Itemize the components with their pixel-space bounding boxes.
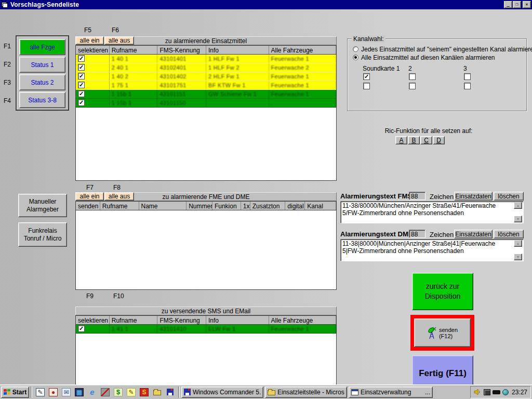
column-header[interactable]: Nummer	[187, 202, 212, 210]
column-header[interactable]: 1x	[241, 202, 250, 210]
column-header[interactable]: selektieren	[76, 316, 110, 324]
column-header[interactable]: FMS-Kennung	[157, 46, 206, 54]
display-tray-icon[interactable]	[484, 389, 490, 395]
column-header[interactable]: Rufname	[110, 46, 158, 54]
soundcard2-row2-checkbox[interactable]	[409, 83, 416, 89]
pager-all-on-button[interactable]: alle ein	[75, 192, 104, 201]
soundcard1-row2-checkbox[interactable]	[363, 83, 370, 89]
column-header[interactable]: Rufname	[100, 202, 139, 210]
table-row[interactable]: 1 15b 143101151GW Schiene Fw 1Feuerwache…	[76, 90, 336, 99]
start-button[interactable]: Start	[1, 387, 29, 398]
ric-a-button[interactable]: A	[395, 136, 407, 144]
row-checkbox[interactable]	[78, 90, 85, 97]
table-cell: 43101151	[157, 90, 206, 98]
back-to-disposition-button[interactable]: zurück zur Disposition	[412, 273, 473, 310]
dme-clear-button[interactable]: löschen	[494, 230, 524, 238]
filter-status38-button[interactable]: Status 3-8	[19, 92, 65, 108]
row-checkbox[interactable]	[78, 73, 85, 79]
hardware-icon[interactable]	[101, 388, 110, 396]
soundcard2-row1-checkbox[interactable]	[409, 73, 416, 80]
ric-c-button[interactable]: C	[420, 136, 432, 144]
column-header[interactable]: senden	[76, 202, 100, 210]
folder-pen-icon[interactable]	[153, 388, 162, 396]
fms-text-area[interactable]: 11-38/80000/München/Anzinger Straße/41/F…	[340, 201, 524, 223]
table-row[interactable]: 1 75 143101751BF KTW Fw 1Feuerwache 1	[76, 81, 336, 90]
notes-icon[interactable]: ✎	[127, 388, 136, 396]
radio-these-channels-label: Alle Einsatzmittel auf diesen Kanälen al…	[361, 54, 495, 61]
column-header[interactable]: Name	[139, 202, 187, 210]
ric-b-button[interactable]: B	[408, 136, 420, 144]
ric-d-button[interactable]: D	[433, 136, 445, 144]
display-icon[interactable]: ▦	[75, 388, 84, 396]
task-windows-commander[interactable]: Windows Commander 5.10...	[181, 387, 263, 398]
soundcard2-label: 2	[408, 65, 412, 72]
column-header[interactable]: selektieren	[76, 46, 110, 54]
manual-alarm-button[interactable]: Manueller Alarmgeber	[18, 194, 67, 217]
column-header[interactable]: Kanal	[305, 202, 336, 210]
column-header[interactable]: Funkion	[212, 202, 241, 210]
column-header[interactable]: Info	[206, 46, 269, 54]
column-header[interactable]: FMS-Kennung	[157, 316, 206, 324]
fms-clear-button[interactable]: löschen	[494, 192, 524, 201]
vehicles-table[interactable]: selektierenRufnameFMS-KennungInfoAlle Fa…	[75, 45, 337, 181]
funkrelais-button[interactable]: Funkrelais Tonruf / Micro	[18, 222, 67, 247]
money-icon[interactable]: $	[114, 388, 123, 396]
fms-count-field: 88	[409, 192, 425, 200]
close-button[interactable]: ✕	[523, 1, 531, 8]
window-icon	[351, 389, 358, 395]
filter-status1-button[interactable]: Status 1	[19, 57, 65, 73]
dme-text-area[interactable]: 11-38|80000|München|Anzinger Straße|41|F…	[340, 239, 524, 261]
device-tray-icon[interactable]	[493, 390, 500, 394]
table-row[interactable]: 1 15b 143101150.	[76, 99, 336, 108]
fms-scroll-up-icon[interactable]: ▲	[514, 202, 522, 209]
send-button[interactable]: senden(F12)	[414, 318, 471, 347]
radio-own-channel-label: Jedes Einsatzmittel auf "seinem" eingest…	[361, 46, 532, 53]
dme-scroll-down-icon[interactable]: ▼	[514, 254, 522, 260]
radio-these-channels[interactable]	[353, 55, 358, 60]
editor-icon[interactable]: ✎	[36, 388, 45, 396]
column-header[interactable]: Info	[206, 316, 269, 324]
minimize-button[interactable]: _	[504, 1, 512, 8]
filter-status2-button[interactable]: Status 2	[19, 74, 65, 90]
column-header[interactable]: Rufname	[110, 316, 158, 324]
vehicles-all-on-button[interactable]: alle ein	[75, 36, 104, 45]
column-header[interactable]: Alle Fahrzeuge	[269, 316, 336, 324]
sms-table[interactable]: selektierenRufnameFMS-KennungInfoAlle Fa…	[75, 315, 337, 389]
dme-einsatzdaten-button[interactable]: Einsatzdaten	[454, 230, 493, 238]
mail-icon[interactable]: ✉	[62, 388, 71, 396]
row-checkbox[interactable]	[78, 55, 85, 62]
opera-icon[interactable]: ●	[49, 388, 58, 396]
dme-scroll-up-icon[interactable]: ▲	[514, 240, 522, 247]
row-checkbox[interactable]	[78, 325, 85, 332]
row-checkbox[interactable]	[78, 82, 85, 88]
vehicles-all-off-button[interactable]: alle aus	[104, 36, 134, 45]
pager-all-off-button[interactable]: alle aus	[104, 192, 134, 201]
table-cell: 1 40 2	[110, 72, 158, 81]
table-row[interactable]: 2 40 1431024011 HLF Fw 2Feuerwache 2	[76, 63, 336, 72]
row-checkbox[interactable]	[78, 99, 85, 106]
radio-own-channel[interactable]	[353, 46, 358, 52]
ie-icon[interactable]: e	[88, 388, 97, 396]
task-einsatzleitstelle[interactable]: Einsatzleitstelle - Microsoft ...	[265, 387, 347, 398]
column-header[interactable]: Zusatzton	[250, 202, 286, 210]
app-icon	[1, 2, 8, 8]
table-row[interactable]: 1 40 1431014011 HLF Fw 1Feuerwache 1	[76, 55, 336, 63]
soundcard3-row1-checkbox[interactable]	[464, 73, 471, 80]
pager-table[interactable]: sendenRufnameNameNummerFunkion1xZusatzto…	[75, 201, 337, 290]
soundcard3-row2-checkbox[interactable]	[464, 83, 471, 89]
globe-tray-icon[interactable]	[502, 389, 509, 395]
filter-alle-fzge-button[interactable]: alle Fzge	[19, 39, 65, 55]
restore-button[interactable]: ❐	[513, 1, 521, 8]
fms-scroll-down-icon[interactable]: ▼	[514, 216, 522, 222]
row-checkbox[interactable]	[78, 64, 85, 71]
save-icon[interactable]	[166, 388, 175, 396]
volume-icon[interactable]	[474, 389, 482, 395]
shield-icon[interactable]: S	[140, 388, 149, 396]
table-row[interactable]: 1 41 143101410ELW Fw 1Feuerwache 1	[76, 325, 336, 334]
task-einsatzverwaltung[interactable]: Einsatzverwaltung ...	[349, 387, 433, 398]
fms-einsatzdaten-button[interactable]: Einsatzdaten	[454, 192, 493, 201]
table-row[interactable]: 1 40 2431014022 HLF Fw 1Feuerwache 1	[76, 72, 336, 81]
column-header[interactable]: Alle Fahrzeuge	[269, 46, 336, 54]
soundcard1-row1-checkbox[interactable]	[363, 73, 370, 80]
column-header[interactable]: digital	[285, 202, 305, 210]
